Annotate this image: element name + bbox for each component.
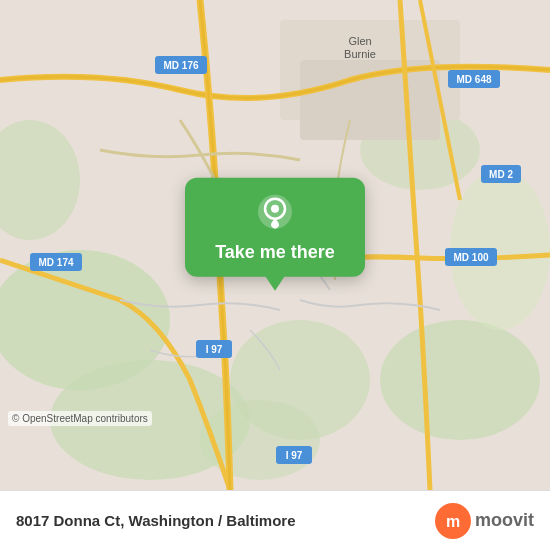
svg-text:Burnie: Burnie [344,48,376,60]
map-container: MD 176 MD 648 MD 2 MD 174 MD 100 I 97 I … [0,0,550,490]
address-label: 8017 Donna Ct, Washington / Baltimore [16,512,435,529]
bottom-bar: 8017 Donna Ct, Washington / Baltimore m … [0,490,550,550]
popup-card[interactable]: Take me there [185,178,365,277]
svg-text:m: m [446,513,460,530]
svg-text:I 97: I 97 [286,450,303,461]
svg-point-2 [380,320,540,440]
svg-text:I 97: I 97 [206,344,223,355]
location-pin-icon [209,194,341,234]
svg-text:MD 2: MD 2 [489,169,513,180]
moovit-text: moovit [475,510,534,531]
svg-text:Glen: Glen [348,35,371,47]
svg-rect-10 [300,60,440,140]
copyright-text: © OpenStreetMap contributors [8,411,152,426]
take-me-there-button[interactable]: Take me there [209,242,341,263]
svg-text:MD 176: MD 176 [163,60,198,71]
svg-text:MD 648: MD 648 [456,74,491,85]
svg-text:MD 100: MD 100 [453,252,488,263]
svg-point-8 [200,400,320,480]
moovit-logo: m moovit [435,503,534,539]
svg-point-29 [271,205,279,213]
svg-text:MD 174: MD 174 [38,257,73,268]
moovit-icon: m [435,503,471,539]
